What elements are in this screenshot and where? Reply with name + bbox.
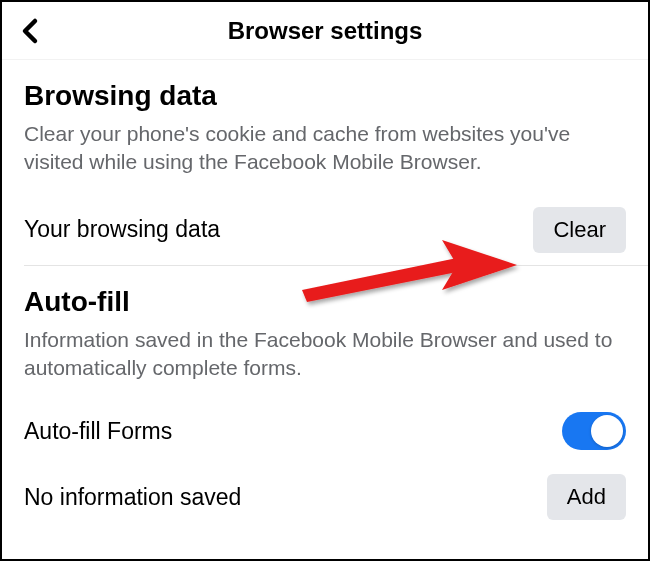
add-button[interactable]: Add bbox=[547, 474, 626, 520]
browsing-data-description: Clear your phone's cookie and cache from… bbox=[24, 120, 626, 177]
autofill-forms-row: Auto-fill Forms bbox=[24, 400, 626, 462]
page-title: Browser settings bbox=[2, 17, 648, 45]
autofill-description: Information saved in the Facebook Mobile… bbox=[24, 326, 626, 383]
autofill-section: Auto-fill Information saved in the Faceb… bbox=[2, 266, 648, 525]
header-bar: Browser settings bbox=[2, 2, 648, 60]
browsing-data-title: Browsing data bbox=[24, 80, 626, 112]
content: Browsing data Clear your phone's cookie … bbox=[2, 60, 648, 534]
autofill-forms-label: Auto-fill Forms bbox=[24, 418, 172, 445]
browsing-data-section: Browsing data Clear your phone's cookie … bbox=[2, 60, 648, 265]
autofill-title: Auto-fill bbox=[24, 286, 626, 318]
no-information-saved-label: No information saved bbox=[24, 484, 241, 511]
your-browsing-data-row: Your browsing data Clear bbox=[24, 195, 626, 265]
clear-button[interactable]: Clear bbox=[533, 207, 626, 253]
your-browsing-data-label: Your browsing data bbox=[24, 216, 220, 243]
back-button[interactable] bbox=[20, 17, 40, 45]
autofill-forms-toggle[interactable] bbox=[562, 412, 626, 450]
chevron-left-icon bbox=[20, 17, 40, 45]
no-information-saved-row: No information saved Add bbox=[24, 462, 626, 524]
